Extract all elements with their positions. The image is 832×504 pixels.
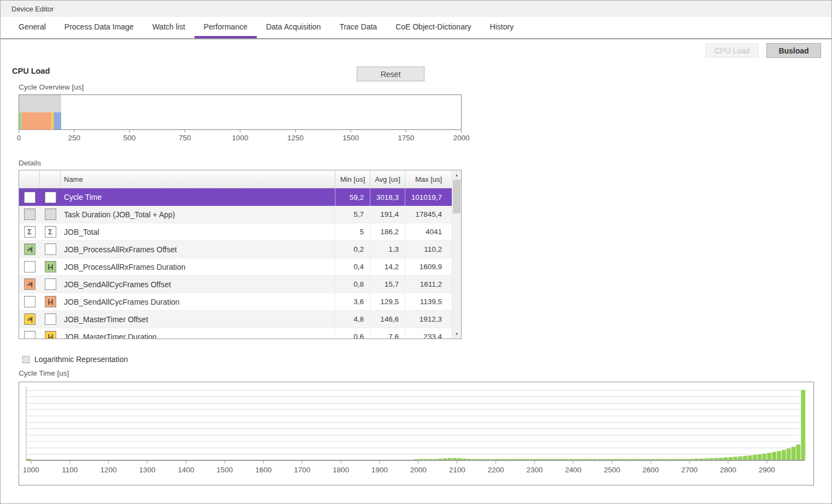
column-header-min-us-[interactable]: Min [us] — [335, 170, 370, 188]
table-row[interactable]: Cycle Time59,23018,3101019,7 — [19, 188, 452, 206]
row-checkbox[interactable] — [45, 192, 56, 203]
marker-cell — [40, 311, 61, 328]
svg-text:2300: 2300 — [526, 466, 542, 474]
tab-history[interactable]: History — [481, 17, 523, 38]
svg-text:1250: 1250 — [287, 134, 304, 142]
svg-text:2600: 2600 — [642, 466, 659, 474]
svg-text:1800: 1800 — [333, 466, 349, 474]
svg-text:1500: 1500 — [343, 134, 359, 142]
cycle-overview-title: Cycle Overview [us] — [19, 83, 84, 91]
details-table-body: Cycle Time59,23018,3101019,7Task Duratio… — [19, 188, 461, 339]
table-row[interactable]: |--|JOB_MasterTimer Duration0,67,6233,4 — [19, 328, 452, 339]
svg-text:2400: 2400 — [565, 466, 581, 474]
row-checkbox-disabled[interactable] — [45, 209, 56, 220]
duration-marker-icon[interactable]: |--| — [45, 261, 56, 272]
svg-text:750: 750 — [179, 134, 191, 142]
table-row[interactable]: Task Duration (JOB_Total + App)5,7191,41… — [19, 206, 452, 223]
tab-process-data-image[interactable]: Process Data Image — [55, 17, 143, 38]
logarithmic-checkbox[interactable] — [22, 356, 29, 363]
content-area: CPU Load Busload CPU Load Reset Cycle Ov… — [1, 1, 831, 503]
offset-marker-icon[interactable]: ->| — [24, 313, 36, 325]
row-name: JOB_ProcessAllRxFrames Duration — [61, 258, 335, 275]
cpu-load-button[interactable]: CPU Load — [705, 43, 759, 58]
marker-cell: |--| — [40, 258, 61, 275]
svg-text:1700: 1700 — [294, 466, 310, 474]
svg-text:1000: 1000 — [23, 466, 39, 474]
cycle-overview-chart: 025050075010001250150017502000 — [19, 94, 462, 146]
window-title: Device Editor — [11, 5, 54, 13]
scrollbar-thumb[interactable] — [453, 180, 461, 214]
logarithmic-checkbox-row[interactable]: Logarithmic Representation — [22, 355, 128, 364]
row-max: 110,2 — [405, 241, 452, 258]
row-min: 59,2 — [335, 188, 370, 206]
svg-text:1750: 1750 — [398, 134, 414, 142]
row-max: 233,4 — [405, 328, 452, 339]
row-checkbox[interactable] — [24, 331, 36, 339]
marker-cell — [19, 188, 40, 206]
row-checkbox[interactable] — [45, 244, 56, 255]
details-scrollbar[interactable]: ▲ ▼ — [452, 170, 461, 339]
marker-cell — [40, 276, 61, 293]
column-header-avg-us-[interactable]: Avg [us] — [370, 170, 405, 188]
table-row[interactable]: ΣΣJOB_Total5186,24041 — [19, 223, 452, 241]
row-name: JOB_MasterTimer Duration — [61, 328, 335, 339]
table-row[interactable]: ->|JOB_SendAllCycFrames Offset0,815,7161… — [19, 276, 452, 293]
table-row[interactable]: ->|JOB_MasterTimer Offset4,8146,61912,3 — [19, 311, 452, 328]
row-avg: 146,6 — [370, 311, 405, 328]
svg-text:1600: 1600 — [255, 466, 272, 474]
offset-marker-icon[interactable]: ->| — [24, 278, 36, 290]
scroll-down-icon[interactable]: ▼ — [452, 329, 461, 339]
tab-general[interactable]: General — [9, 17, 55, 38]
row-checkbox[interactable] — [24, 261, 36, 272]
scroll-up-icon[interactable]: ▲ — [452, 170, 461, 180]
tab-watch-list[interactable]: Watch list — [143, 17, 194, 38]
row-max: 1912,3 — [405, 311, 452, 328]
marker-cell: |--| — [40, 328, 61, 339]
column-header-marker-2[interactable] — [40, 170, 61, 188]
tab-coe-object-dictionary[interactable]: CoE Object-Dictionary — [386, 17, 481, 38]
tab-data-acquisition[interactable]: Data Acquisition — [257, 17, 330, 38]
sigma-icon[interactable]: Σ — [24, 226, 36, 238]
svg-text:2900: 2900 — [759, 466, 775, 474]
row-min: 0,2 — [335, 241, 370, 258]
column-header-marker-1[interactable] — [19, 170, 40, 188]
duration-marker-icon[interactable]: |--| — [45, 296, 56, 307]
svg-text:250: 250 — [68, 134, 80, 142]
svg-text:2500: 2500 — [604, 466, 620, 474]
marker-cell — [40, 241, 61, 258]
cycle-time-chart: 1000110012001300140015001600170018001900… — [19, 382, 814, 485]
row-min: 5,7 — [335, 206, 370, 223]
marker-cell: ->| — [19, 241, 40, 258]
svg-text:1900: 1900 — [371, 466, 388, 474]
column-header-max-us-[interactable]: Max [us] — [405, 170, 452, 188]
table-row[interactable]: ->|JOB_ProcessAllRxFrames Offset0,21,311… — [19, 241, 452, 258]
svg-text:1400: 1400 — [178, 466, 194, 474]
reset-button[interactable]: Reset — [357, 67, 424, 81]
row-name: JOB_ProcessAllRxFrames Offset — [61, 241, 335, 258]
row-avg: 1,3 — [370, 241, 405, 258]
sigma-icon[interactable]: Σ — [45, 226, 56, 238]
svg-text:0: 0 — [17, 134, 21, 142]
marker-cell — [19, 328, 40, 339]
row-checkbox[interactable] — [24, 192, 36, 203]
row-max: 1611,2 — [405, 276, 452, 293]
table-row[interactable]: |--|JOB_SendAllCycFrames Duration3,6129,… — [19, 293, 452, 311]
offset-marker-icon[interactable]: ->| — [24, 244, 36, 255]
row-avg: 129,5 — [370, 293, 405, 310]
row-checkbox[interactable] — [45, 313, 56, 325]
row-min: 0,8 — [335, 276, 370, 293]
row-checkbox[interactable] — [24, 296, 36, 307]
svg-text:1200: 1200 — [101, 466, 117, 474]
row-min: 3,6 — [335, 293, 370, 310]
tab-trace-data[interactable]: Trace Data — [330, 17, 386, 38]
table-row[interactable]: |--|JOB_ProcessAllRxFrames Duration0,414… — [19, 258, 452, 276]
busload-button[interactable]: Busload — [766, 43, 821, 58]
device-editor-window: Device Editor GeneralProcess Data ImageW… — [0, 0, 832, 504]
row-checkbox[interactable] — [45, 278, 56, 290]
column-header-name[interactable]: Name — [61, 170, 335, 188]
row-checkbox-disabled[interactable] — [24, 209, 36, 220]
duration-marker-icon[interactable]: |--| — [45, 331, 56, 339]
row-min: 5 — [335, 223, 370, 240]
row-avg: 186,2 — [370, 223, 405, 240]
tab-performance[interactable]: Performance — [194, 17, 257, 38]
